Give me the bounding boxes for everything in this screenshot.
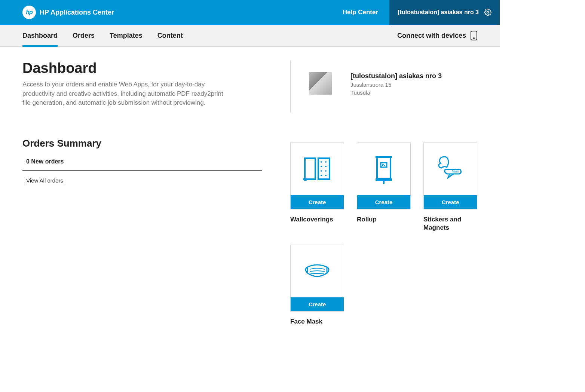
svg-point-7 bbox=[321, 170, 322, 172]
orders-summary-heading: Orders Summary bbox=[22, 138, 262, 149]
connect-devices[interactable]: Connect with devices bbox=[397, 31, 477, 40]
svg-point-6 bbox=[325, 166, 327, 167]
rollup-icon bbox=[357, 143, 410, 195]
facemask-icon bbox=[291, 245, 344, 297]
help-center-link[interactable]: Help Center bbox=[331, 9, 389, 16]
page-title: Dashboard bbox=[22, 60, 268, 76]
customer-block: [tulostustalon] asiakas nro 3 Jusslansuo… bbox=[291, 60, 442, 97]
svg-point-0 bbox=[487, 12, 489, 13]
app-card-wallcoverings: Create Wallcoverings bbox=[290, 143, 344, 232]
tab-orders[interactable]: Orders bbox=[73, 25, 95, 46]
orders-new-count: 0 New orders bbox=[22, 158, 262, 171]
customer-address-line2: Tuusula bbox=[350, 89, 442, 97]
gear-icon bbox=[484, 9, 491, 16]
svg-point-8 bbox=[325, 170, 327, 172]
create-stickers-button[interactable]: Create bbox=[424, 195, 477, 209]
tab-dashboard[interactable]: Dashboard bbox=[22, 25, 58, 46]
stickers-icon: hello bbox=[424, 143, 477, 195]
app-card-stickers: hello Create Stickers and Magnets bbox=[423, 143, 477, 232]
view-all-orders-link[interactable]: View All orders bbox=[22, 177, 262, 184]
page-description: Access to your orders and enable Web App… bbox=[22, 80, 232, 108]
svg-rect-2 bbox=[318, 158, 330, 179]
app-card-label: Stickers and Magnets bbox=[423, 215, 477, 232]
account-label: [tulostustalon] asiakas nro 3 bbox=[398, 9, 479, 16]
svg-point-4 bbox=[325, 161, 327, 163]
app-card-label: Rollup bbox=[357, 215, 411, 224]
app-card-facemask: Create Face Mask bbox=[290, 245, 344, 326]
main-content: Dashboard Access to your orders and enab… bbox=[0, 47, 500, 333]
customer-name: [tulostustalon] asiakas nro 3 bbox=[350, 72, 442, 80]
svg-point-3 bbox=[321, 161, 322, 163]
svg-rect-12 bbox=[376, 156, 392, 158]
top-bar-brand: hp HP Applications Center bbox=[0, 6, 114, 19]
app-card-label: Wallcoverings bbox=[290, 215, 344, 224]
svg-point-10 bbox=[325, 175, 327, 176]
svg-rect-1 bbox=[305, 158, 315, 179]
svg-rect-13 bbox=[376, 178, 392, 181]
customer-address-line1: Jusslansuora 15 bbox=[350, 81, 442, 89]
nav-bar: Dashboard Orders Templates Content Conne… bbox=[0, 25, 500, 47]
account-menu[interactable]: [tulostustalon] asiakas nro 3 bbox=[389, 0, 500, 25]
top-bar: hp HP Applications Center Help Center [t… bbox=[0, 0, 500, 25]
svg-point-5 bbox=[321, 166, 322, 167]
device-icon bbox=[471, 31, 477, 40]
orders-summary: Orders Summary 0 New orders View All ord… bbox=[22, 138, 262, 184]
svg-text:hello: hello bbox=[452, 169, 459, 173]
app-card-label: Face Mask bbox=[290, 318, 344, 326]
create-wallcoverings-button[interactable]: Create bbox=[291, 195, 344, 209]
customer-thumbnail bbox=[309, 72, 332, 95]
nav-tabs: Dashboard Orders Templates Content bbox=[22, 25, 183, 46]
svg-point-9 bbox=[321, 175, 322, 176]
svg-rect-11 bbox=[377, 157, 390, 178]
connect-devices-label: Connect with devices bbox=[397, 32, 466, 40]
tab-templates[interactable]: Templates bbox=[110, 25, 143, 46]
create-facemask-button[interactable]: Create bbox=[291, 297, 344, 311]
tab-content[interactable]: Content bbox=[157, 25, 183, 46]
app-card-rollup: Create Rollup bbox=[357, 143, 411, 232]
app-title: HP Applications Center bbox=[40, 9, 114, 16]
create-rollup-button[interactable]: Create bbox=[357, 195, 410, 209]
app-cards: Create Wallcoverings bbox=[290, 143, 477, 326]
wallcoverings-icon bbox=[291, 143, 344, 195]
dashboard-header: Dashboard Access to your orders and enab… bbox=[22, 60, 275, 108]
hp-logo-icon: hp bbox=[22, 6, 36, 19]
